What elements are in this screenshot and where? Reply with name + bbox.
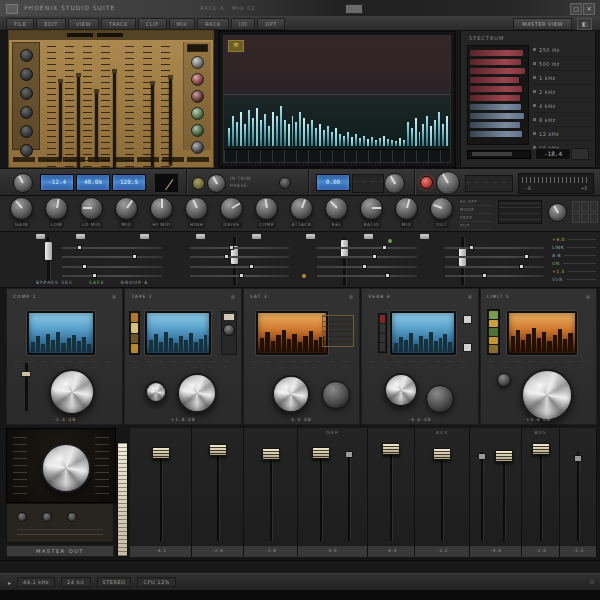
colored-knob[interactable] xyxy=(191,124,204,137)
fader-cap[interactable] xyxy=(433,448,451,460)
h-slider[interactable] xyxy=(317,247,417,249)
main-fader[interactable] xyxy=(311,438,331,545)
fader-cap[interactable] xyxy=(152,447,170,459)
slider-cap[interactable] xyxy=(306,234,315,239)
h-slider[interactable] xyxy=(62,256,162,258)
h-slider[interactable] xyxy=(317,256,417,258)
master-view-button[interactable]: MASTER VIEW xyxy=(513,18,572,30)
rotary-knob[interactable] xyxy=(360,197,383,220)
play-icon[interactable]: ▸ xyxy=(8,579,11,586)
mini-knob[interactable] xyxy=(67,512,77,522)
eq-knob[interactable] xyxy=(20,106,33,119)
fader-cap[interactable] xyxy=(495,450,513,462)
eq-slider[interactable] xyxy=(59,79,62,161)
main-fader[interactable] xyxy=(381,438,401,545)
h-slider-handle[interactable] xyxy=(519,264,524,269)
slider-cap[interactable] xyxy=(196,234,205,239)
toolbar-button[interactable]: VIEW xyxy=(68,18,99,30)
main-fader[interactable] xyxy=(151,438,171,545)
secondary-knob[interactable] xyxy=(497,373,511,387)
analyzer-row[interactable]: 2 kHz xyxy=(533,85,593,99)
colored-knob[interactable] xyxy=(191,73,204,86)
h-slider-handle[interactable] xyxy=(482,273,487,278)
h-slider[interactable] xyxy=(317,275,417,277)
rotary-knob[interactable] xyxy=(45,197,68,220)
h-slider-handle[interactable] xyxy=(132,254,137,259)
fader-cap[interactable] xyxy=(44,241,53,261)
level-knob[interactable] xyxy=(207,174,226,193)
mini-knob[interactable] xyxy=(223,324,235,336)
analyzer-row[interactable]: 8 kHz xyxy=(533,113,593,127)
slider-cap[interactable] xyxy=(76,234,85,239)
rotary-knob[interactable] xyxy=(430,197,453,220)
h-slider-handle[interactable] xyxy=(249,264,254,269)
mini-knob[interactable] xyxy=(42,512,52,522)
fader-cap[interactable] xyxy=(382,443,400,455)
eq-knob[interactable] xyxy=(20,49,33,62)
chrome-knob[interactable] xyxy=(177,373,217,413)
secondary-knob[interactable] xyxy=(145,381,167,403)
h-slider[interactable] xyxy=(62,275,162,277)
analyzer-row[interactable]: 500 Hz xyxy=(533,57,593,71)
display-screen[interactable] xyxy=(256,311,328,355)
fader-cap[interactable] xyxy=(312,447,330,459)
h-slider[interactable] xyxy=(62,266,162,268)
grid-button[interactable] xyxy=(581,213,589,224)
rotary-knob[interactable] xyxy=(220,197,243,220)
analyzer-row[interactable]: 250 Hz xyxy=(533,43,593,57)
display-screen[interactable] xyxy=(145,311,211,355)
toolbar-button[interactable]: FILE xyxy=(6,18,34,30)
maximize-button[interactable]: ▢ xyxy=(570,3,582,15)
h-slider[interactable] xyxy=(445,247,545,249)
analyzer-row[interactable]: 12 kHz xyxy=(533,127,593,141)
main-fader[interactable] xyxy=(531,438,551,545)
master-knob[interactable] xyxy=(41,443,91,493)
colored-knob[interactable] xyxy=(191,56,204,69)
eq-knob[interactable] xyxy=(20,125,33,138)
eq-knob[interactable] xyxy=(20,87,33,100)
fader-cap[interactable] xyxy=(574,455,582,462)
h-slider-handle[interactable] xyxy=(524,254,529,259)
h-slider-handle[interactable] xyxy=(92,273,97,278)
side-knob[interactable] xyxy=(548,203,567,222)
h-slider-handle[interactable] xyxy=(239,273,244,278)
square-button[interactable] xyxy=(463,343,472,352)
display-screen[interactable] xyxy=(390,311,456,355)
h-slider-handle[interactable] xyxy=(385,273,390,278)
h-slider[interactable] xyxy=(445,266,545,268)
slider-cap[interactable] xyxy=(140,234,149,239)
h-slider-handle[interactable] xyxy=(229,245,234,250)
scrollbar-handle[interactable] xyxy=(472,152,512,156)
trim-knob[interactable] xyxy=(192,177,205,190)
eq-slider[interactable] xyxy=(169,75,172,165)
output-knob[interactable] xyxy=(436,171,460,195)
colored-knob[interactable] xyxy=(191,107,204,120)
h-slider-handle[interactable] xyxy=(469,245,474,250)
mini-knob[interactable] xyxy=(17,512,27,522)
rotary-knob[interactable] xyxy=(150,197,173,220)
grid-button[interactable] xyxy=(572,201,580,212)
toolbar-button[interactable]: CLIP xyxy=(138,18,167,30)
main-fader[interactable] xyxy=(261,438,281,545)
fader-cap[interactable] xyxy=(209,444,227,456)
chrome-knob[interactable] xyxy=(521,369,573,421)
rotary-knob[interactable] xyxy=(185,197,208,220)
h-slider-handle[interactable] xyxy=(82,264,87,269)
main-fader[interactable] xyxy=(494,438,514,545)
display-screen[interactable] xyxy=(507,311,577,355)
analyzer-row[interactable]: 4 kHz xyxy=(533,99,593,113)
send-knob[interactable] xyxy=(384,173,405,194)
h-slider[interactable] xyxy=(190,266,290,268)
chrome-knob[interactable] xyxy=(384,373,418,407)
grid-button[interactable] xyxy=(590,213,598,224)
analyzer-scrollbar[interactable] xyxy=(467,150,531,159)
colored-knob[interactable] xyxy=(191,141,204,154)
h-slider[interactable] xyxy=(62,247,162,249)
toolbar-button[interactable]: EDIT xyxy=(36,18,66,30)
display-screen[interactable] xyxy=(27,311,95,355)
h-slider-handle[interactable] xyxy=(382,245,387,250)
fader-cap[interactable] xyxy=(532,443,550,455)
rotary-knob[interactable] xyxy=(115,197,138,220)
rotary-knob[interactable] xyxy=(395,197,418,220)
waveform-timeline[interactable] xyxy=(224,149,450,162)
